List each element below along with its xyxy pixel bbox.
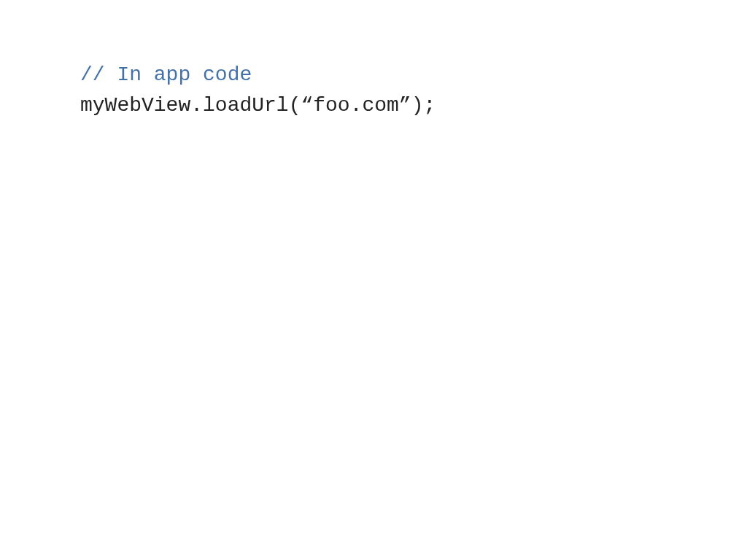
code-comment: // In app code [80, 60, 747, 90]
slide-content: // In app code myWebView.loadUrl(“foo.co… [80, 60, 747, 121]
code-line: myWebView.loadUrl(“foo.com”); [80, 90, 747, 121]
